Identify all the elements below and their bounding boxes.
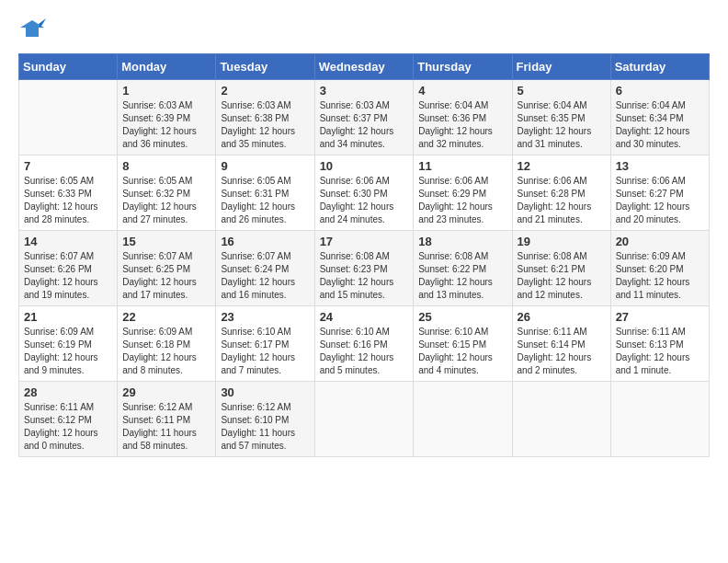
calendar-cell: 20Sunrise: 6:09 AM Sunset: 6:20 PM Dayli… (610, 231, 709, 306)
day-number: 15 (122, 235, 210, 248)
calendar-cell: 28Sunrise: 6:11 AM Sunset: 6:12 PM Dayli… (19, 382, 118, 457)
calendar-cell (314, 382, 414, 457)
day-number: 7 (24, 159, 112, 173)
day-info: Sunrise: 6:09 AM Sunset: 6:18 PM Dayligh… (122, 326, 210, 377)
day-info: Sunrise: 6:04 AM Sunset: 6:34 PM Dayligh… (616, 99, 704, 151)
day-number: 28 (24, 385, 112, 399)
day-number: 8 (122, 159, 210, 173)
calendar-cell: 30Sunrise: 6:12 AM Sunset: 6:10 PM Dayli… (216, 382, 314, 457)
day-number: 10 (320, 159, 409, 173)
calendar-cell: 22Sunrise: 6:09 AM Sunset: 6:18 PM Dayli… (118, 306, 216, 382)
day-info: Sunrise: 6:08 AM Sunset: 6:22 PM Dayligh… (418, 250, 506, 302)
day-info: Sunrise: 6:03 AM Sunset: 6:38 PM Dayligh… (221, 99, 309, 151)
calendar-cell: 6Sunrise: 6:04 AM Sunset: 6:34 PM Daylig… (610, 80, 709, 155)
day-number: 11 (418, 159, 506, 173)
day-info: Sunrise: 6:11 AM Sunset: 6:13 PM Dayligh… (616, 326, 704, 377)
day-number: 23 (221, 310, 309, 324)
calendar-cell: 23Sunrise: 6:10 AM Sunset: 6:17 PM Dayli… (216, 306, 314, 382)
weekday-header: Tuesday (216, 54, 314, 80)
day-info: Sunrise: 6:07 AM Sunset: 6:25 PM Dayligh… (122, 250, 210, 302)
day-number: 6 (616, 84, 704, 98)
day-info: Sunrise: 6:06 AM Sunset: 6:29 PM Dayligh… (418, 175, 506, 226)
calendar-cell: 12Sunrise: 6:06 AM Sunset: 6:28 PM Dayli… (512, 155, 610, 231)
calendar-cell: 26Sunrise: 6:11 AM Sunset: 6:14 PM Dayli… (512, 306, 610, 382)
calendar-cell: 19Sunrise: 6:08 AM Sunset: 6:21 PM Dayli… (512, 231, 610, 306)
calendar-cell: 7Sunrise: 6:05 AM Sunset: 6:33 PM Daylig… (19, 155, 118, 231)
day-info: Sunrise: 6:12 AM Sunset: 6:10 PM Dayligh… (221, 401, 309, 453)
day-number: 16 (221, 235, 309, 248)
day-number: 4 (418, 84, 506, 98)
day-info: Sunrise: 6:08 AM Sunset: 6:21 PM Dayligh… (518, 250, 606, 302)
day-info: Sunrise: 6:05 AM Sunset: 6:33 PM Dayligh… (24, 175, 112, 226)
calendar-cell: 25Sunrise: 6:10 AM Sunset: 6:15 PM Dayli… (414, 306, 512, 382)
calendar-week-row: 1Sunrise: 6:03 AM Sunset: 6:39 PM Daylig… (19, 80, 710, 155)
day-info: Sunrise: 6:04 AM Sunset: 6:36 PM Dayligh… (418, 99, 506, 151)
weekday-header: Wednesday (314, 54, 414, 80)
day-info: Sunrise: 6:10 AM Sunset: 6:16 PM Dayligh… (320, 326, 409, 377)
day-number: 18 (418, 235, 506, 248)
day-info: Sunrise: 6:07 AM Sunset: 6:24 PM Dayligh… (221, 250, 309, 302)
weekday-header: Monday (118, 54, 216, 80)
day-number: 19 (518, 235, 606, 248)
day-number: 13 (616, 159, 704, 173)
day-number: 5 (518, 84, 606, 98)
day-number: 21 (24, 310, 112, 324)
calendar-table: SundayMondayTuesdayWednesdayThursdayFrid… (18, 53, 710, 457)
calendar-week-row: 14Sunrise: 6:07 AM Sunset: 6:26 PM Dayli… (19, 231, 710, 306)
day-number: 20 (616, 235, 704, 248)
calendar-cell: 9Sunrise: 6:05 AM Sunset: 6:31 PM Daylig… (216, 155, 314, 231)
day-number: 17 (320, 235, 409, 248)
day-number: 24 (320, 310, 409, 324)
day-info: Sunrise: 6:08 AM Sunset: 6:23 PM Dayligh… (320, 250, 409, 302)
day-info: Sunrise: 6:11 AM Sunset: 6:14 PM Dayligh… (518, 326, 606, 377)
calendar-cell (512, 382, 610, 457)
day-number: 25 (418, 310, 506, 324)
day-info: Sunrise: 6:10 AM Sunset: 6:17 PM Dayligh… (221, 326, 309, 377)
calendar-cell (414, 382, 512, 457)
day-info: Sunrise: 6:04 AM Sunset: 6:35 PM Dayligh… (518, 99, 606, 151)
day-number: 9 (221, 159, 309, 173)
day-info: Sunrise: 6:06 AM Sunset: 6:27 PM Dayligh… (616, 175, 704, 226)
calendar-cell: 10Sunrise: 6:06 AM Sunset: 6:30 PM Dayli… (314, 155, 414, 231)
calendar-cell: 14Sunrise: 6:07 AM Sunset: 6:26 PM Dayli… (19, 231, 118, 306)
day-info: Sunrise: 6:06 AM Sunset: 6:28 PM Dayligh… (518, 175, 606, 226)
calendar-cell: 17Sunrise: 6:08 AM Sunset: 6:23 PM Dayli… (314, 231, 414, 306)
day-info: Sunrise: 6:07 AM Sunset: 6:26 PM Dayligh… (24, 250, 112, 302)
day-info: Sunrise: 6:05 AM Sunset: 6:32 PM Dayligh… (122, 175, 210, 226)
day-number: 2 (221, 84, 309, 98)
weekday-header: Sunday (19, 54, 118, 80)
weekday-header: Thursday (414, 54, 512, 80)
page-header (18, 18, 710, 44)
day-info: Sunrise: 6:12 AM Sunset: 6:11 PM Dayligh… (122, 401, 210, 453)
calendar-cell: 27Sunrise: 6:11 AM Sunset: 6:13 PM Dayli… (610, 306, 709, 382)
day-info: Sunrise: 6:09 AM Sunset: 6:20 PM Dayligh… (616, 250, 704, 302)
day-number: 22 (122, 310, 210, 324)
calendar-header-row: SundayMondayTuesdayWednesdayThursdayFrid… (19, 54, 710, 80)
day-number: 14 (24, 235, 112, 248)
calendar-cell: 3Sunrise: 6:03 AM Sunset: 6:37 PM Daylig… (314, 80, 414, 155)
day-info: Sunrise: 6:10 AM Sunset: 6:15 PM Dayligh… (418, 326, 506, 377)
calendar-cell: 8Sunrise: 6:05 AM Sunset: 6:32 PM Daylig… (118, 155, 216, 231)
calendar-cell: 21Sunrise: 6:09 AM Sunset: 6:19 PM Dayli… (19, 306, 118, 382)
calendar-week-row: 21Sunrise: 6:09 AM Sunset: 6:19 PM Dayli… (19, 306, 710, 382)
day-number: 3 (320, 84, 409, 98)
calendar-week-row: 7Sunrise: 6:05 AM Sunset: 6:33 PM Daylig… (19, 155, 710, 231)
calendar-cell: 5Sunrise: 6:04 AM Sunset: 6:35 PM Daylig… (512, 80, 610, 155)
day-number: 27 (616, 310, 704, 324)
day-number: 12 (518, 159, 606, 173)
calendar-cell: 16Sunrise: 6:07 AM Sunset: 6:24 PM Dayli… (216, 231, 314, 306)
day-info: Sunrise: 6:06 AM Sunset: 6:30 PM Dayligh… (320, 175, 409, 226)
calendar-cell: 29Sunrise: 6:12 AM Sunset: 6:11 PM Dayli… (118, 382, 216, 457)
calendar-cell (610, 382, 709, 457)
day-info: Sunrise: 6:03 AM Sunset: 6:37 PM Dayligh… (320, 99, 409, 151)
day-number: 30 (221, 385, 309, 399)
day-info: Sunrise: 6:03 AM Sunset: 6:39 PM Dayligh… (122, 99, 210, 151)
day-info: Sunrise: 6:05 AM Sunset: 6:31 PM Dayligh… (221, 175, 309, 226)
calendar-cell: 15Sunrise: 6:07 AM Sunset: 6:25 PM Dayli… (118, 231, 216, 306)
calendar-cell: 24Sunrise: 6:10 AM Sunset: 6:16 PM Dayli… (314, 306, 414, 382)
logo (18, 18, 50, 44)
day-number: 26 (518, 310, 606, 324)
logo-bird-icon (18, 18, 46, 44)
calendar-cell: 11Sunrise: 6:06 AM Sunset: 6:29 PM Dayli… (414, 155, 512, 231)
day-number: 29 (122, 385, 210, 399)
